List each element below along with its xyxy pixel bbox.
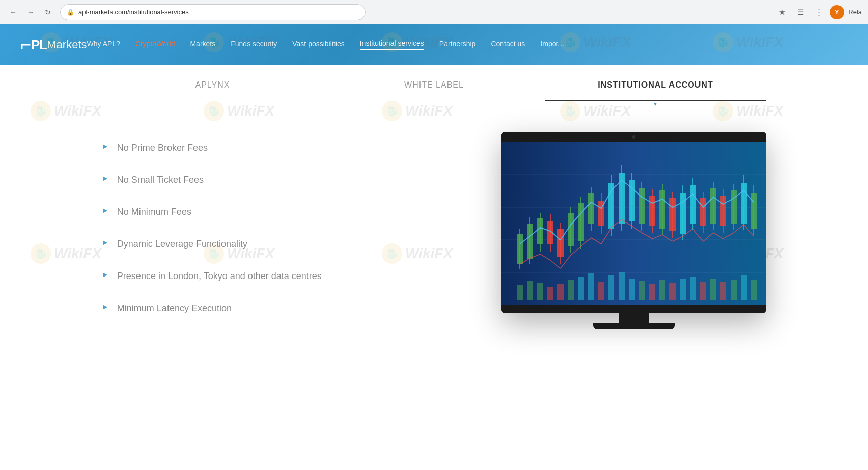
svg-rect-68 xyxy=(669,283,676,300)
security-icon: 🔒 xyxy=(67,9,74,16)
settings-button[interactable]: ⋮ xyxy=(811,5,826,19)
svg-rect-62 xyxy=(608,275,614,300)
feature-item-4: ► Presence in London, Tokyo and other da… xyxy=(102,260,461,292)
nav-partnership[interactable]: Partnership xyxy=(439,40,476,50)
nav-menu: Why APL? CryptoWorld Markets Funds secur… xyxy=(87,39,565,50)
svg-rect-60 xyxy=(588,273,594,300)
svg-rect-64 xyxy=(629,279,635,300)
feature-text-5: Minimum Latency Execution xyxy=(117,301,232,315)
browser-chrome: ← → ↻ 🔒 apl-markets.com/institutional-se… xyxy=(0,0,868,24)
feature-item-3: ► Dynamic Leverage Functionality xyxy=(102,228,461,260)
nav-markets[interactable]: Markets xyxy=(190,40,215,50)
svg-rect-54 xyxy=(527,281,533,300)
nav-institutional-services[interactable]: Institutional services xyxy=(360,39,424,50)
nav-vast-possibilities[interactable]: Vast possibilities xyxy=(292,40,344,50)
nav-why-apl[interactable]: Why APL? xyxy=(87,40,120,50)
site-wrapper: 🐉 WikiFX 🐉 WikiFX 🐉 WikiFX 🐉 WikiFX 🐉 Wi… xyxy=(0,24,868,360)
page-content-area: 🐉 WikiFX 🐉 WikiFX 🐉 WikiFX 🐉 WikiFX 🐉 Wi… xyxy=(0,70,868,360)
site-header: 🐉 WikiFX 🐉 WikiFX 🐉 WikiFX 🐉 WikiFX 🐉 Wi… xyxy=(0,24,868,65)
feature-text-3: Dynamic Leverage Functionality xyxy=(117,237,247,251)
profile-button[interactable]: Y xyxy=(830,5,844,19)
svg-rect-67 xyxy=(659,280,665,300)
tab-institutional-account[interactable]: INSTITUTIONAL ACCOUNT xyxy=(545,70,766,101)
features-list: ► No Prime Broker Fees ► No Small Ticket… xyxy=(102,132,461,324)
monitor-neck xyxy=(619,313,649,323)
extensions-button[interactable]: ☰ xyxy=(793,5,807,19)
feature-item-1: ► No Small Ticket Fees xyxy=(102,164,461,196)
nav-contact-us[interactable]: Contact us xyxy=(491,40,525,50)
svg-rect-71 xyxy=(700,282,706,300)
feature-text-0: No Prime Broker Fees xyxy=(117,141,208,155)
url-text: apl-markets.com/institutional-services xyxy=(78,8,359,16)
rela-button[interactable]: Rela xyxy=(848,8,862,16)
feature-item-0: ► No Prime Broker Fees xyxy=(102,132,461,164)
arrow-icon-5: ► xyxy=(102,302,109,311)
svg-rect-61 xyxy=(598,282,604,300)
monitor-screen: APL Markets xyxy=(501,142,766,305)
svg-rect-59 xyxy=(578,277,584,300)
feature-item-2: ► No Minimum Fees xyxy=(102,196,461,228)
monitor-bezel-bottom xyxy=(501,305,766,313)
logo-bracket-left: ⌐ xyxy=(20,36,31,54)
logo[interactable]: ⌐ PL Markets xyxy=(20,36,87,54)
svg-rect-56 xyxy=(547,287,553,300)
svg-rect-66 xyxy=(649,284,655,300)
monitor-base xyxy=(593,323,675,329)
arrow-icon-4: ► xyxy=(102,270,109,279)
bookmark-button[interactable]: ★ xyxy=(775,5,789,19)
svg-rect-57 xyxy=(557,284,564,300)
forward-button[interactable]: → xyxy=(23,5,38,19)
monitor-container: APL Markets xyxy=(501,132,766,329)
svg-rect-74 xyxy=(731,280,737,300)
tab-white-label[interactable]: WHITE LABEL xyxy=(323,70,545,101)
trading-chart xyxy=(501,142,766,305)
logo-markets: Markets xyxy=(47,38,87,51)
arrow-icon-0: ► xyxy=(102,142,109,150)
wikifx-icon-5: 🐉 xyxy=(713,32,733,52)
arrow-icon-2: ► xyxy=(102,206,109,214)
wikifx-text-5: WikiFX xyxy=(736,34,783,50)
feature-item-5: ► Minimum Latency Execution xyxy=(102,292,461,324)
nav-cryptoworld[interactable]: CryptoWorld xyxy=(135,40,175,50)
nav-funds-security[interactable]: Funds security xyxy=(231,40,277,50)
feature-text-2: No Minimum Fees xyxy=(117,205,191,219)
feature-text-1: No Small Ticket Fees xyxy=(117,173,204,187)
svg-rect-63 xyxy=(619,272,625,300)
svg-rect-65 xyxy=(639,281,645,300)
reload-button[interactable]: ↻ xyxy=(41,5,55,19)
svg-rect-58 xyxy=(568,280,574,300)
svg-rect-73 xyxy=(720,282,726,300)
back-button[interactable]: ← xyxy=(6,5,20,19)
monitor: APL Markets xyxy=(501,132,766,313)
svg-rect-76 xyxy=(751,280,757,300)
tab-section: APLYNX WHITE LABEL INSTITUTIONAL ACCOUNT xyxy=(0,70,868,101)
wikifx-text-4: WikiFX xyxy=(583,34,631,50)
svg-rect-69 xyxy=(680,279,686,300)
monitor-bezel-top xyxy=(501,132,766,142)
svg-rect-70 xyxy=(690,277,696,300)
address-bar[interactable]: 🔒 apl-markets.com/institutional-services xyxy=(60,4,366,20)
arrow-icon-3: ► xyxy=(102,238,109,246)
monitor-camera-dot xyxy=(632,135,635,139)
tab-aplynx[interactable]: APLYNX xyxy=(102,70,323,101)
logo-pl: PL xyxy=(31,37,47,53)
svg-rect-55 xyxy=(537,283,543,300)
nav-impor[interactable]: Impor... xyxy=(540,40,564,50)
arrow-icon-1: ► xyxy=(102,174,109,182)
svg-rect-72 xyxy=(710,279,716,300)
main-content: ► No Prime Broker Fees ► No Small Ticket… xyxy=(0,101,868,360)
nav-buttons: ← → ↻ xyxy=(6,5,55,19)
feature-text-4: Presence in London, Tokyo and other data… xyxy=(117,269,322,283)
svg-rect-75 xyxy=(741,275,747,300)
svg-rect-53 xyxy=(517,285,523,300)
browser-icons: ★ ☰ ⋮ Y Rela xyxy=(775,5,862,19)
monitor-stand xyxy=(501,313,766,329)
